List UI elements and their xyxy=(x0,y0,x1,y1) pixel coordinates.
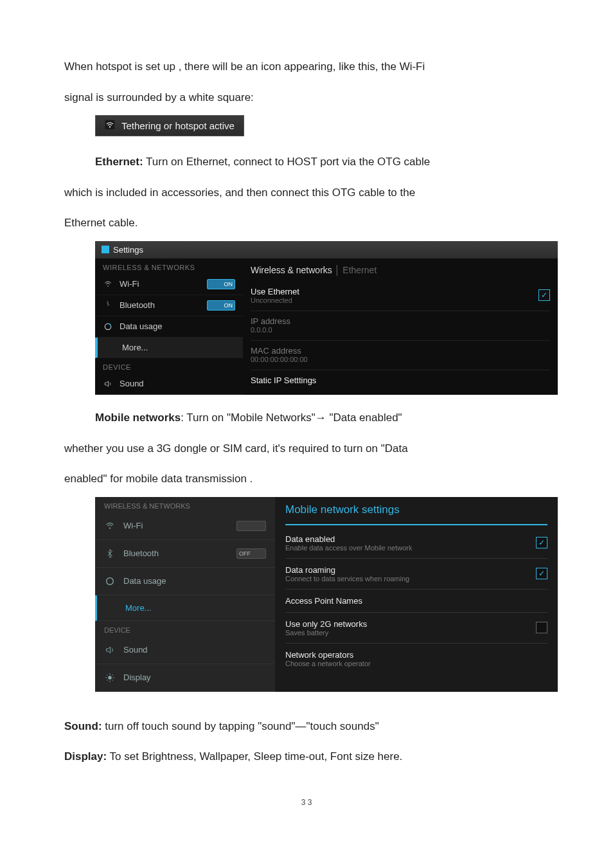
sidebar-item-bluetooth-2[interactable]: Bluetooth OFF xyxy=(95,540,275,568)
use-2g-row[interactable]: Use only 2G networks Saves battery xyxy=(285,613,547,644)
mac-address-value: 00:00:00:00:00:00 xyxy=(251,356,308,363)
settings-detail-pane: Wireless & networks │ Ethernet Use Ether… xyxy=(243,258,558,395)
data-usage-label-2: Data usage xyxy=(123,576,266,586)
wifi-icon xyxy=(104,520,116,532)
sound-icon xyxy=(103,379,113,389)
mobile-network-title: Mobile network settings xyxy=(285,497,547,525)
para-ethernet-1: Ethernet: Turn on Ethernet, connect to H… xyxy=(64,147,549,177)
sidebar-item-bluetooth[interactable]: Bluetooth ON xyxy=(95,295,243,316)
settings-icon xyxy=(102,246,109,253)
category-wireless-2: WIRELESS & NETWORKS xyxy=(95,497,275,512)
para-mobile-3: enabled" for mobile data transmission . xyxy=(64,464,549,494)
para-sound: Sound: turn off touch sound by tapping "… xyxy=(64,711,549,742)
sidebar-item-more-2[interactable]: More... xyxy=(95,595,275,621)
bluetooth-toggle[interactable]: ON xyxy=(207,300,235,311)
static-ip-title: Static IP Setttings xyxy=(251,375,316,385)
data-roaming-checkbox[interactable]: ✓ xyxy=(536,568,547,579)
sidebar-item-sound[interactable]: Sound xyxy=(95,374,243,395)
wifi-icon xyxy=(105,120,115,132)
breadcrumb: Wireless & networks │ Ethernet xyxy=(251,258,550,282)
static-ip-row[interactable]: Static IP Setttings xyxy=(251,370,550,392)
network-operators-row[interactable]: Network operators Choose a network opera… xyxy=(285,644,547,674)
wifi-toggle-2[interactable] xyxy=(236,521,266,531)
sound-label: Sound xyxy=(120,379,235,388)
para-mobile-1: Mobile networks: Turn on "Mobile Network… xyxy=(64,402,549,433)
mobile-network-detail: Mobile network settings Data enabled Ena… xyxy=(275,497,558,692)
more-label: More... xyxy=(122,343,235,352)
use-ethernet-checkbox[interactable]: ✓ xyxy=(538,289,550,301)
settings-sidebar: WIRELESS & NETWORKS Wi-Fi ON Bluetooth O… xyxy=(95,258,243,395)
bluetooth-label-2: Bluetooth xyxy=(123,548,236,558)
ip-address-value: 0.0.0.0 xyxy=(251,326,290,334)
data-usage-label: Data usage xyxy=(120,321,235,331)
display-heading: Display: xyxy=(64,750,107,763)
sound-heading: Sound: xyxy=(64,720,102,732)
para-display: Display: To set Brightness, Wallpaper, S… xyxy=(64,741,549,772)
category-device-2: DEVICE xyxy=(95,621,275,637)
wifi-icon xyxy=(103,279,113,289)
settings-title: Settings xyxy=(113,245,143,255)
ethernet-label: Ethernet: xyxy=(95,156,143,168)
para-ethernet-2: which is included in accessories, and th… xyxy=(64,177,549,208)
use-2g-title: Use only 2G networks xyxy=(285,619,367,629)
bluetooth-label: Bluetooth xyxy=(120,300,207,310)
data-roaming-title: Data roaming xyxy=(285,565,409,575)
sound-icon xyxy=(104,644,116,656)
sidebar-item-data-usage-2[interactable]: Data usage xyxy=(95,568,275,595)
data-enabled-title: Data enabled xyxy=(285,534,413,544)
data-enabled-checkbox[interactable]: ✓ xyxy=(536,537,547,548)
settings-sidebar-2: WIRELESS & NETWORKS Wi-Fi Bluetooth OFF … xyxy=(95,497,275,692)
sidebar-item-wifi-2[interactable]: Wi-Fi xyxy=(95,512,275,540)
network-operators-sub: Choose a network operator xyxy=(285,660,371,667)
category-wireless: WIRELESS & NETWORKS xyxy=(95,258,243,274)
mobile-networks-label: Mobile networks xyxy=(95,411,181,424)
wifi-label-2: Wi-Fi xyxy=(123,521,236,530)
svg-point-3 xyxy=(108,676,111,679)
apn-row[interactable]: Access Point Names xyxy=(285,590,547,613)
screenshot-mobile-networks: WIRELESS & NETWORKS Wi-Fi Bluetooth OFF … xyxy=(95,497,558,692)
bluetooth-icon xyxy=(104,548,116,559)
sidebar-item-more[interactable]: More... xyxy=(95,338,243,358)
wifi-label: Wi-Fi xyxy=(120,279,207,289)
data-usage-icon xyxy=(103,321,113,332)
sidebar-item-wifi[interactable]: Wi-Fi ON xyxy=(95,274,243,295)
data-usage-icon xyxy=(104,575,116,587)
bluetooth-icon xyxy=(103,300,113,311)
page-number: 3 3 xyxy=(64,798,549,807)
data-roaming-row[interactable]: Data roaming Connect to data services wh… xyxy=(285,559,547,590)
para-ethernet-3: Ethernet cable. xyxy=(64,208,549,239)
sidebar-item-sound-2[interactable]: Sound xyxy=(95,637,275,664)
settings-titlebar: Settings xyxy=(95,241,558,258)
hotspot-status-text: Tethering or hotspot active xyxy=(121,120,235,131)
mac-address-row: MAC address 00:00:00:00:00:00 xyxy=(251,341,550,370)
use-ethernet-title: Use Ethernet xyxy=(251,287,299,296)
display-icon xyxy=(104,672,116,683)
data-enabled-row[interactable]: Data enabled Enable data access over Mob… xyxy=(285,528,547,559)
data-enabled-sub: Enable data access over Mobile network xyxy=(285,544,413,552)
sound-label-2: Sound xyxy=(123,645,266,655)
use-ethernet-sub: Unconnected xyxy=(251,296,299,304)
sidebar-item-data-usage[interactable]: Data usage xyxy=(95,316,243,338)
svg-point-2 xyxy=(107,577,114,584)
network-operators-title: Network operators xyxy=(285,650,371,660)
wifi-toggle[interactable]: ON xyxy=(207,279,235,289)
ip-address-title: IP address xyxy=(251,316,290,326)
sidebar-item-display-2[interactable]: Display xyxy=(95,664,275,692)
more-label-2: More... xyxy=(125,603,266,613)
data-roaming-sub: Connect to data services when roaming xyxy=(285,575,409,583)
mac-address-title: MAC address xyxy=(251,346,308,356)
bluetooth-toggle-2[interactable]: OFF xyxy=(236,548,266,559)
hotspot-status-badge: Tethering or hotspot active xyxy=(95,115,244,136)
para-mobile-2: whether you use a 3G dongle or SIM card,… xyxy=(64,433,549,464)
use-ethernet-row[interactable]: Use Ethernet Unconnected ✓ xyxy=(251,282,550,311)
ip-address-row: IP address 0.0.0.0 xyxy=(251,311,550,341)
use-2g-checkbox[interactable] xyxy=(536,622,547,633)
category-device: DEVICE xyxy=(95,358,243,374)
para-hotspot-1: When hotspot is set up , there will be a… xyxy=(64,51,549,82)
display-label-2: Display xyxy=(123,673,266,682)
para-hotspot-2: signal is surrounded by a white square: xyxy=(64,82,549,113)
use-2g-sub: Saves battery xyxy=(285,629,367,637)
apn-title: Access Point Names xyxy=(285,596,362,606)
screenshot-ethernet-settings: Settings WIRELESS & NETWORKS Wi-Fi ON Bl… xyxy=(95,241,558,395)
